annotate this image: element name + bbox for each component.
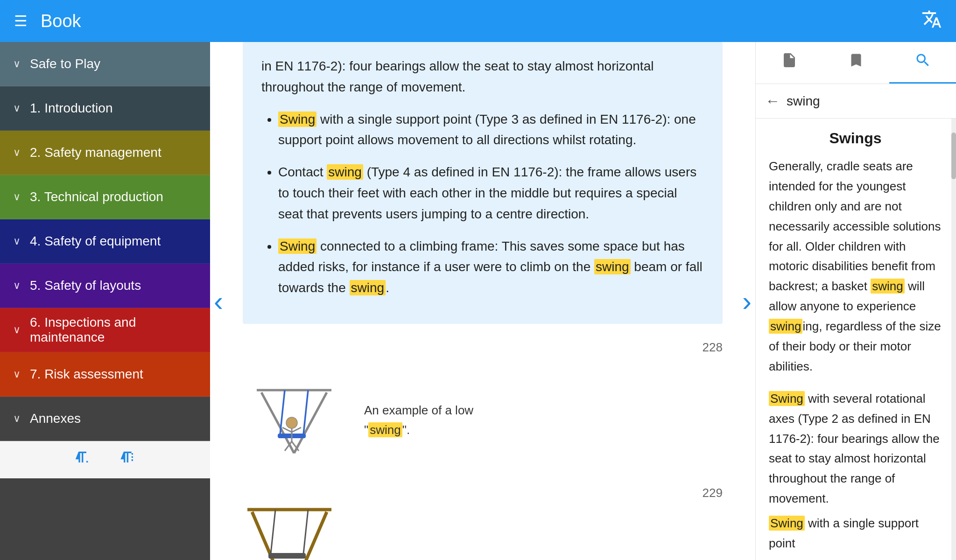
figure-229-partial [243,507,723,560]
swing-highlight: Swing [769,516,805,531]
sidebar-item-label: 6. Inspections and maintenance [30,315,197,345]
search-result-block-3: Swing with a single support point [769,513,942,553]
figure-caption: An example of a low "swing". [364,401,473,440]
chevron-icon: ∨ [13,235,21,247]
sidebar: ∨ Safe to Play ∨ 1. Introduction ∨ 2. Sa… [0,42,210,560]
search-result-block-2: Swing with several rotational axes (Type… [769,389,942,509]
book-content: in EN 1176-2): four bearings allow the s… [243,42,723,560]
translate-icon[interactable] [921,9,942,34]
chevron-icon: ∨ [13,324,21,336]
svg-rect-17 [268,553,306,559]
swing-highlight: swing [327,164,363,180]
sidebar-item-label: 7. Risk assessment [30,367,143,382]
sidebar-item-technical-production[interactable]: ∨ 3. Technical production [0,175,210,219]
search-bar: ← ✕ [756,84,956,119]
chevron-icon: ∨ [13,368,21,380]
list-item: Swing with a single support point (Type … [278,109,704,151]
sidebar-item-safe-to-play[interactable]: ∨ Safe to Play [0,42,210,86]
svg-line-1 [294,392,327,453]
swing-highlight: swing [350,280,386,295]
content-intro-text: in EN 1176-2): four bearings allow the s… [261,56,704,98]
sidebar-item-label: 1. Introduction [30,101,112,116]
chevron-icon: ∨ [13,147,21,159]
next-page-button[interactable]: › [742,285,752,317]
header-title: Book [41,11,81,31]
right-panel: ← ✕ Swings Generally, cradle seats are i… [755,42,956,560]
header-left: ☰ Book [14,11,81,31]
prev-page-button[interactable]: ‹ [214,285,223,317]
tab-document[interactable] [756,42,822,84]
font-size-decrease-icon[interactable] [72,448,91,471]
sidebar-item-label: 4. Safety of equipment [30,234,161,249]
search-icon [914,52,931,73]
list-item: Swing connected to a climbing frame: Thi… [278,236,704,299]
sidebar-item-annexes[interactable]: ∨ Annexes [0,397,210,441]
swing-highlight: swing [594,259,631,274]
swing-types-list: Swing with a single support point (Type … [261,109,704,299]
search-input[interactable] [787,94,954,109]
sidebar-bottom-controls [0,441,210,478]
hamburger-icon[interactable]: ☰ [14,12,28,30]
font-size-increase-icon[interactable] [119,448,138,471]
sidebar-item-safety-equipment[interactable]: ∨ 4. Safety of equipment [0,219,210,264]
search-results: Swings Generally, cradle seats are inten… [756,119,951,560]
search-divider [769,381,942,389]
swing-highlight: Swing [769,391,805,406]
highlighted-content-block: in EN 1176-2): four bearings allow the s… [243,42,723,324]
sidebar-item-introduction[interactable]: ∨ 1. Introduction [0,86,210,131]
search-result-block-1: Generally, cradle seats are intended for… [769,156,942,377]
list-item: Contact swing (Type 4 as defined in EN 1… [278,162,704,224]
sidebar-item-label: Safe to Play [30,56,100,71]
sidebar-item-label: Annexes [30,411,81,426]
tab-search[interactable] [889,42,956,84]
swing-figure-image [243,371,345,469]
svg-line-15 [271,510,275,554]
sidebar-item-label: 3. Technical production [30,189,163,204]
bookmark-icon [848,52,865,73]
sidebar-item-risk-assessment[interactable]: ∨ 7. Risk assessment [0,352,210,397]
swing-highlight: swing [871,279,904,294]
chevron-icon: ∨ [13,413,21,425]
main-layout: ∨ Safe to Play ∨ 1. Introduction ∨ 2. Sa… [0,42,956,560]
figure-228: An example of a low "swing". [243,362,723,479]
swing-highlight: Swing [278,238,316,254]
svg-line-12 [252,512,280,560]
sidebar-item-label: 2. Safety management [30,145,162,160]
search-result-heading: Swings [769,130,942,147]
sidebar-item-safety-management[interactable]: ∨ 2. Safety management [0,131,210,175]
page-number-229: 229 [243,483,723,503]
svg-point-6 [286,417,297,428]
chevron-icon: ∨ [13,102,21,114]
document-icon [781,52,798,73]
swinging-highlight: swing [769,319,802,334]
page-number-228: 228 [243,338,723,357]
swing-highlight: Swing [278,112,316,127]
swing-highlight-caption: swing [368,422,402,437]
app-header: ☰ Book [0,0,956,42]
sidebar-item-label: 5. Safety of layouts [30,278,141,293]
scrollbar-track[interactable] [951,119,956,560]
scrollbar-thumb[interactable] [951,133,956,179]
chevron-icon: ∨ [13,280,21,292]
tab-bookmarks[interactable] [822,42,889,84]
chevron-icon: ∨ [13,58,21,70]
back-button[interactable]: ← [765,92,780,110]
sidebar-item-safety-layouts[interactable]: ∨ 5. Safety of layouts [0,264,210,308]
content-area: ‹ › in EN 1176-2): four bearings allow t… [210,42,755,560]
sidebar-item-inspections[interactable]: ∨ 6. Inspections and maintenance [0,308,210,352]
svg-line-16 [303,510,308,554]
chevron-icon: ∨ [13,191,21,203]
right-panel-tabs [756,42,956,84]
